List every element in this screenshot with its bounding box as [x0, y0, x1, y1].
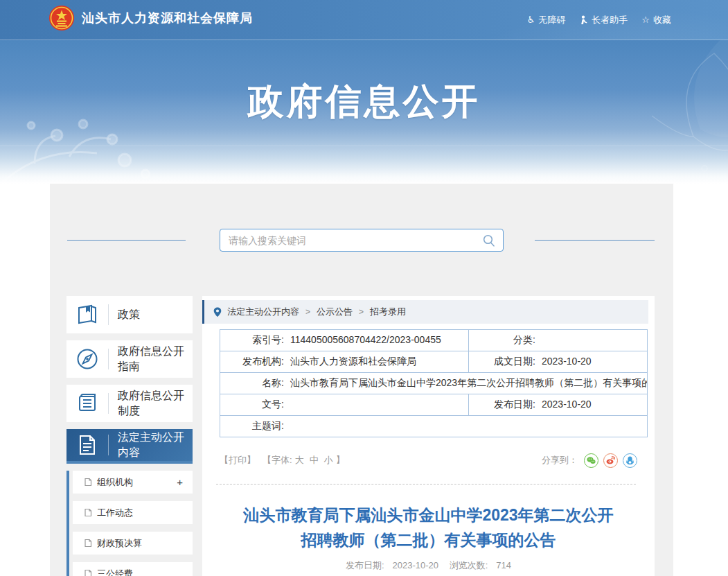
submenu-item-organization[interactable]: 组织机构 +	[73, 471, 193, 494]
rules-icon	[66, 392, 108, 414]
breadcrumb: 法定主动公开内容 > 公示公告 > 招考录用	[202, 300, 648, 324]
font-size-large-button[interactable]: 大	[295, 454, 304, 466]
breadcrumb-item-announcements[interactable]: 公示公告	[317, 306, 353, 318]
category-cell: 分类:	[469, 330, 648, 351]
publish-date-label: 发布日期:	[346, 560, 384, 570]
table-row: 文号: 发布日期:2023-10-20	[220, 394, 648, 416]
field-label: 发布机构:	[220, 356, 284, 368]
submenu-item-work-news[interactable]: 工作动态	[73, 501, 193, 524]
national-emblem-logo	[48, 5, 75, 31]
page-icon	[84, 539, 92, 548]
document-icon	[66, 434, 108, 456]
field-value: 2023-10-20	[542, 356, 592, 367]
compass-icon	[66, 347, 108, 371]
wechat-icon[interactable]	[584, 453, 598, 468]
document-number-cell: 文号:	[220, 394, 469, 416]
main-content-panel: 法定主动公开内容 > 公示公告 > 招考录用 索引号:1144050056087…	[202, 296, 655, 576]
font-size-controls: 【字体: 大 中 小 】	[263, 454, 345, 466]
views-label: 浏览次数:	[450, 560, 488, 570]
publish-date-cell: 发布日期:2023-10-20	[469, 394, 648, 416]
field-label: 主题词:	[220, 420, 284, 433]
sidebar-submenu: 组织机构 + 工作动态 财政预决算 三公经费	[66, 471, 193, 576]
elder-helper-label: 长者助手	[592, 14, 628, 26]
search-divider-right	[535, 240, 655, 241]
field-label: 成文日期:	[469, 356, 535, 368]
sidebar-item-label: 政策	[109, 307, 140, 322]
sidebar-item-statutory-disclosure[interactable]: 法定主动公开内容	[66, 429, 193, 464]
publisher-cell: 发布机构:汕头市人力资源和社会保障局	[220, 351, 469, 373]
sidebar-item-rules[interactable]: 政府信息公开制度	[66, 385, 193, 422]
submenu-label: 三公经费	[97, 568, 133, 576]
sidebar-item-policy[interactable]: 政策	[66, 296, 193, 333]
font-size-medium-button[interactable]: 中	[310, 454, 319, 466]
submenu-item-fiscal-budget[interactable]: 财政预决算	[73, 532, 193, 555]
qq-icon[interactable]	[623, 453, 637, 468]
search-input[interactable]	[220, 229, 503, 251]
font-size-prefix: 【字体:	[263, 454, 292, 466]
elder-helper-icon	[579, 15, 588, 25]
field-label: 文号:	[220, 399, 284, 411]
table-row: 名称:汕头市教育局下属汕头市金山中学2023年第二次公开招聘教师（第二批）有关事…	[220, 373, 648, 394]
views-value: 714	[496, 560, 511, 570]
sidebar-item-label: 政府信息公开指南	[109, 344, 193, 375]
header-utility-links: ♿ 无障碍 长者助手 ☆ 收藏	[527, 0, 671, 40]
dashed-divider	[216, 484, 636, 485]
weibo-icon[interactable]	[603, 453, 618, 468]
document-info-table: 索引号:114405005608704422/2023-00455 分类: 发布…	[220, 329, 648, 437]
article-meta: 发布日期:2023-10-20 浏览次数:714	[202, 559, 655, 572]
keywords-cell: 主题词:	[220, 416, 648, 437]
sidebar-item-label: 法定主动公开内容	[109, 430, 193, 461]
page-icon	[84, 508, 92, 517]
favorite-label: 收藏	[653, 14, 671, 26]
site-brand[interactable]: 汕头市人力资源和社会保障局	[48, 5, 253, 31]
font-size-small-button[interactable]: 小	[324, 454, 333, 466]
breadcrumb-separator: >	[305, 307, 310, 317]
field-label: 名称:	[220, 377, 284, 390]
content-wrapper: 政策 政府信息公开指南	[50, 184, 673, 576]
favorite-link[interactable]: ☆ 收藏	[641, 14, 671, 26]
field-label: 索引号:	[220, 334, 284, 347]
top-header-bar: 汕头市人力资源和社会保障局 ♿ 无障碍 长者助手 ☆ 收藏	[0, 0, 728, 40]
accessibility-link[interactable]: ♿ 无障碍	[527, 14, 566, 26]
submenu-label: 财政预决算	[97, 537, 142, 550]
banner-band-line	[0, 146, 728, 146]
share-bar: 分享到：	[542, 453, 637, 468]
submenu-label: 工作动态	[97, 507, 133, 519]
sidebar-item-label: 政府信息公开制度	[109, 388, 193, 419]
search-icon[interactable]	[483, 234, 495, 247]
breadcrumb-item-recruitment[interactable]: 招考录用	[370, 306, 406, 318]
document-name-cell: 名称:汕头市教育局下属汕头市金山中学2023年第二次公开招聘教师（第二批）有关事…	[220, 373, 648, 394]
written-date-cell: 成文日期:2023-10-20	[469, 351, 648, 373]
page-banner: 政府信息公开	[0, 40, 728, 184]
table-row: 主题词:	[220, 416, 648, 437]
sidebar-item-guide[interactable]: 政府信息公开指南	[66, 340, 193, 378]
site-title: 汕头市人力资源和社会保障局	[82, 10, 253, 26]
table-row: 索引号:114405005608704422/2023-00455 分类:	[220, 330, 648, 351]
page-title: 政府信息公开	[0, 78, 728, 126]
page-icon	[84, 478, 92, 487]
article-toolbar: 【打印】 【字体: 大 中 小 】 分享到：	[220, 453, 637, 468]
search-box	[220, 229, 504, 252]
publish-date-value: 2023-10-20	[393, 560, 439, 570]
article-title: 汕头市教育局下属汕头市金山中学2023年第二次公开招聘教师（第二批）有关事项的公…	[242, 503, 616, 552]
field-value: 汕头市人力资源和社会保障局	[290, 356, 416, 367]
accessibility-label: 无障碍	[538, 14, 565, 26]
accessibility-icon: ♿	[527, 15, 535, 24]
book-icon	[66, 304, 108, 326]
search-divider-left	[67, 240, 186, 241]
star-icon: ☆	[641, 15, 650, 24]
expand-plus-icon[interactable]: +	[177, 476, 183, 488]
field-label: 分类:	[469, 334, 535, 347]
share-label: 分享到：	[542, 454, 578, 466]
print-button[interactable]: 【打印】	[220, 454, 256, 466]
table-row: 发布机构:汕头市人力资源和社会保障局 成文日期:2023-10-20	[220, 351, 648, 373]
field-value: 114405005608704422/2023-00455	[290, 334, 441, 345]
breadcrumb-item-statutory[interactable]: 法定主动公开内容	[227, 306, 299, 318]
breadcrumb-separator: >	[359, 307, 364, 317]
submenu-label: 组织机构	[97, 476, 133, 489]
index-number-cell: 索引号:114405005608704422/2023-00455	[220, 330, 469, 351]
sidebar-menu: 政策 政府信息公开指南	[66, 296, 193, 576]
submenu-item-three-public-funds[interactable]: 三公经费	[73, 562, 193, 576]
elder-helper-link[interactable]: 长者助手	[579, 14, 628, 26]
field-value: 汕头市教育局下属汕头市金山中学2023年第二次公开招聘教师（第二批）有关事项的公…	[290, 377, 648, 388]
